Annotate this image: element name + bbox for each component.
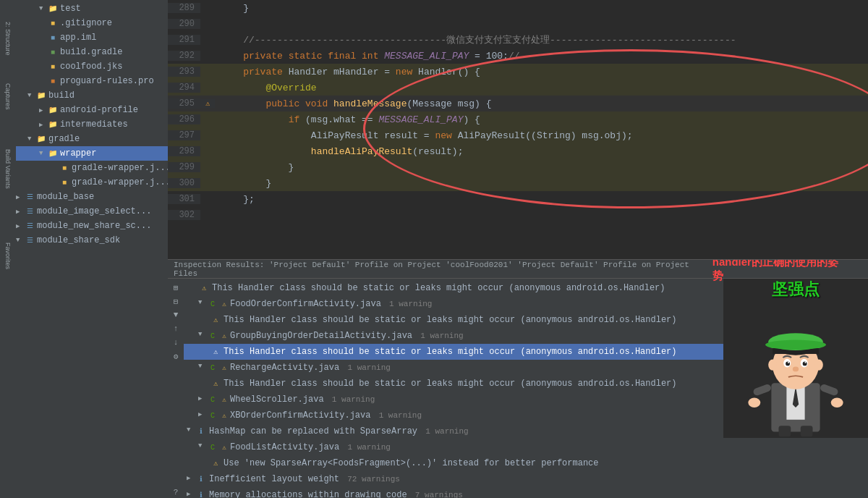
warning-icon: ⚠ xyxy=(210,378,221,389)
code-line-298: 298 handleAliPayResult(result); xyxy=(168,143,868,159)
inspection-item-recharge-msg[interactable]: ⚠ This Handler class should be static or… xyxy=(184,376,723,392)
expand-all-icon[interactable]: ⊞ xyxy=(170,282,182,293)
tree-item-module-image[interactable]: ▶ ☰ module_image_select... xyxy=(16,204,168,219)
inspection-item-wheel[interactable]: ▶ C ⚠ WheelScroller.java 1 warning xyxy=(184,392,723,408)
inspection-item-group-buying-msg[interactable]: ⚠ This Handler class should be static or… xyxy=(184,344,723,360)
folder-icon: 📁 xyxy=(48,4,58,14)
warning-icon: ⚠ xyxy=(210,346,221,358)
code-line-302: 302 xyxy=(168,207,868,223)
code-line-297: 297 AliPayResult result = new AliPayResu… xyxy=(168,127,868,143)
tree-item-module-share[interactable]: ▶ ☰ module_new_share_sc... xyxy=(16,219,168,233)
info-icon: ℹ xyxy=(195,426,207,437)
warning-small-icon: ⚠ xyxy=(221,410,228,421)
file-icon: ■ xyxy=(48,18,58,28)
inspection-panel: Inspection Results: 'Project Default' Pr… xyxy=(168,259,868,498)
tree-item-gradle[interactable]: ▼ 📁 gradle xyxy=(16,132,168,146)
class-icon: C xyxy=(207,362,218,374)
inspection-item-xborder[interactable]: ▶ C ⚠ XBOrderConfirmActivity.java 1 warn… xyxy=(184,408,723,423)
svg-rect-20 xyxy=(820,384,839,397)
inspection-item-layout[interactable]: ▶ ℹ Inefficient layout weight 72 warning… xyxy=(184,471,723,487)
tree-item-build[interactable]: ▼ 📁 build xyxy=(16,88,168,103)
folder-icon: 📁 xyxy=(48,119,58,130)
warning-small-icon: ⚠ xyxy=(221,330,228,342)
svg-point-12 xyxy=(768,360,777,371)
inspection-item-food-order[interactable]: ▼ C ⚠ FoodOrderConfirmActivity.java 1 wa… xyxy=(184,296,723,312)
code-line-291: 291 //----------------------------------… xyxy=(168,32,868,48)
class-icon: C xyxy=(207,330,218,342)
settings-icon[interactable]: ⚙ xyxy=(170,350,182,362)
meme-label: 坚强点 xyxy=(772,279,820,300)
inspection-list: ⚠ This Handler class should be static or… xyxy=(184,279,723,498)
class-icon: C xyxy=(207,442,218,453)
inspection-item-sparsearray[interactable]: ⚠ Use 'new SparseArray<FoodsFragment>(..… xyxy=(184,455,723,471)
code-line-300: 300 } xyxy=(168,175,868,191)
code-line-289: 289 } xyxy=(168,0,868,16)
warning-small-icon: ⚠ xyxy=(221,394,228,405)
file-icon: ■ xyxy=(59,163,69,173)
structure-tab[interactable]: 2: Structure xyxy=(1,32,14,45)
tree-item-module-base[interactable]: ▶ ☰ module_base xyxy=(16,190,168,204)
inspection-item-foodlist[interactable]: ▼ C ⚠ FoodListActivity.java 1 warning xyxy=(184,439,723,455)
tree-item-android-profile[interactable]: ▶ 📁 android-profile xyxy=(16,103,168,117)
warning-small-icon: ⚠ xyxy=(221,442,228,453)
tree-item-coolfood[interactable]: ■ coolfood.jks xyxy=(16,59,168,74)
left-sidebar-tabs: 2: Structure Captures Build Variants Fav… xyxy=(0,0,16,498)
export-icon[interactable]: ↑ xyxy=(170,323,182,334)
collapse-all-icon[interactable]: ⊟ xyxy=(170,295,182,307)
code-line-299: 299 } xyxy=(168,159,868,175)
tree-item-module-share-sdk[interactable]: ▼ ☰ module_share_sdk xyxy=(16,233,168,248)
folder-icon: 📁 xyxy=(48,105,58,115)
svg-point-22 xyxy=(831,398,843,408)
main-content: 289 } 290 291 //------------------------… xyxy=(168,0,868,498)
help-icon[interactable]: ? xyxy=(170,486,182,498)
file-icon: ■ xyxy=(48,33,58,43)
warning-icon: ⚠ xyxy=(210,314,221,326)
import-icon[interactable]: ↓ xyxy=(170,337,182,348)
inspection-toolbar: ⊞ ⊟ ▼ ↑ ↓ ⚙ ? xyxy=(168,279,184,498)
module-icon: ☰ xyxy=(25,235,35,245)
favorites-tab[interactable]: Favorites xyxy=(1,249,14,262)
svg-point-21 xyxy=(748,398,760,408)
tree-item-intermediates[interactable]: ▶ 📁 intermediates xyxy=(16,117,168,132)
inspection-item-hashmap[interactable]: ▼ ℹ HashMap can be replaced with SparseA… xyxy=(184,423,723,439)
tree-item-proguard[interactable]: ■ proguard-rules.pro xyxy=(16,74,168,88)
svg-point-10 xyxy=(804,362,806,363)
tree-item-gitignore[interactable]: ■ .gitignore xyxy=(16,16,168,30)
inspection-item-food-order-msg[interactable]: ⚠ This Handler class should be static or… xyxy=(184,312,723,328)
svg-point-13 xyxy=(814,360,823,371)
tree-item-test[interactable]: ▼ 📁 test xyxy=(16,1,168,16)
tree-item-appiml[interactable]: ■ app.iml xyxy=(16,30,168,45)
file-icon: ■ xyxy=(48,47,58,57)
code-editor: 289 } 290 291 //------------------------… xyxy=(168,0,868,259)
class-icon: C xyxy=(207,394,218,405)
meme-figure xyxy=(731,304,861,438)
folder-icon: 📁 xyxy=(36,90,46,101)
folder-icon: 📁 xyxy=(48,148,58,159)
svg-point-9 xyxy=(788,362,789,363)
inspection-item-handler-warning[interactable]: ⚠ This Handler class should be static or… xyxy=(184,280,723,296)
inspection-item-group-buying[interactable]: ▼ C ⚠ GroupBuyingOrderDetailActivity.jav… xyxy=(184,328,723,344)
file-tree-panel: ▼ 📁 test ■ .gitignore ■ app.iml ■ build.… xyxy=(16,0,168,498)
warning-small-icon: ⚠ xyxy=(221,298,228,310)
inspection-item-memory[interactable]: ▶ ℹ Memory allocations within drawing co… xyxy=(184,487,723,498)
module-icon: ☰ xyxy=(25,206,35,216)
inspection-item-recharge[interactable]: ▼ C ⚠ RechargeActivity.java 1 warning xyxy=(184,360,723,376)
tree-item-wrapper[interactable]: ▼ 📁 wrapper xyxy=(16,146,168,161)
build-variants-tab[interactable]: Build Variants xyxy=(1,162,14,175)
module-icon: ☰ xyxy=(25,192,35,202)
code-line-293: 293 private Handler mHandler = new Handl… xyxy=(168,64,868,80)
code-line-292: 292 private static final int MESSAGE_ALI… xyxy=(168,48,868,64)
code-lines: 289 } 290 291 //------------------------… xyxy=(168,0,868,259)
warning-icon: ⚠ xyxy=(198,282,210,294)
code-line-295: 295 ⚠ public void handleMessage(Message … xyxy=(168,96,868,111)
svg-rect-19 xyxy=(752,384,772,397)
bottom-content: ⊞ ⊟ ▼ ↑ ↓ ⚙ ? ⚠ This Handler class shoul… xyxy=(168,279,868,498)
captures-tab[interactable]: Captures xyxy=(1,90,14,103)
code-line-294: 294 @Override xyxy=(168,80,868,96)
tree-item-buildgradle[interactable]: ■ build.gradle xyxy=(16,45,168,59)
file-icon: ■ xyxy=(48,76,58,86)
tree-item-gradle-wrapper1[interactable]: ■ gradle-wrapper.j... xyxy=(16,161,168,175)
tree-item-gradle-wrapper2[interactable]: ■ gradle-wrapper.j... xyxy=(16,175,168,190)
filter-icon[interactable]: ▼ xyxy=(170,309,182,321)
file-icon: ■ xyxy=(59,177,69,187)
